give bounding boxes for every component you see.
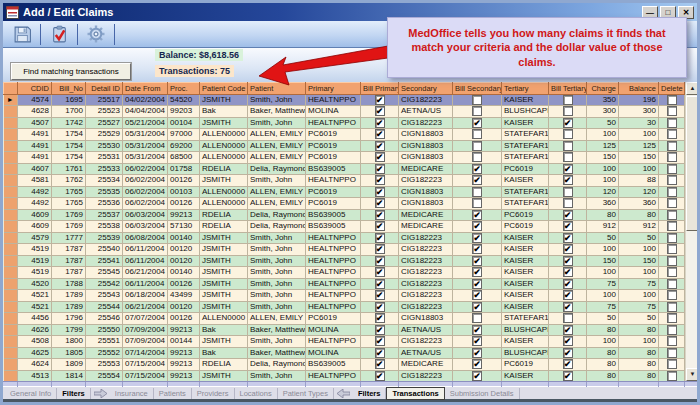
bill-tertiary-checkbox[interactable]: ✔ — [563, 336, 573, 346]
column-header-row-selector[interactable] — [4, 83, 18, 95]
column-header-secondary[interactable]: Secondary — [399, 83, 453, 95]
bill-primary-checkbox[interactable]: ✔ — [375, 302, 385, 312]
bill-primary-checkbox[interactable]: ✔ — [375, 164, 385, 174]
bill-tertiary-checkbox[interactable]: ✔ — [563, 118, 573, 128]
bill-secondary-checkbox[interactable] — [472, 95, 482, 105]
bill-secondary-checkbox[interactable]: ✔ — [472, 233, 482, 243]
current-row-indicator[interactable]: ► — [4, 94, 18, 106]
column-header-patient-code[interactable]: Patient Code — [200, 83, 248, 95]
delete-checkbox[interactable] — [667, 95, 677, 105]
bill-tertiary-checkbox[interactable] — [563, 106, 573, 116]
bill-primary-checkbox[interactable]: ✔ — [375, 313, 385, 323]
settings-button[interactable] — [82, 23, 110, 46]
row-selector[interactable] — [4, 175, 18, 187]
bill-tertiary-checkbox[interactable] — [563, 152, 573, 162]
delete-checkbox[interactable] — [667, 313, 677, 323]
bill-tertiary-checkbox[interactable]: ✔ — [563, 371, 573, 381]
row-selector[interactable] — [4, 152, 18, 164]
bill-tertiary-checkbox[interactable]: ✔ — [563, 221, 573, 231]
column-header-balance[interactable]: Balance — [619, 83, 659, 95]
row-selector[interactable] — [4, 232, 18, 244]
delete-checkbox[interactable] — [667, 302, 677, 312]
tab-patients[interactable]: Patients — [154, 388, 192, 399]
bill-primary-checkbox[interactable]: ✔ — [375, 244, 385, 254]
bill-secondary-checkbox[interactable] — [472, 129, 482, 139]
delete-checkbox[interactable] — [667, 290, 677, 300]
row-selector[interactable] — [4, 301, 18, 313]
scroll-up-button[interactable]: ▲ — [686, 82, 699, 95]
bill-tertiary-checkbox[interactable]: ✔ — [563, 279, 573, 289]
delete-checkbox[interactable] — [667, 256, 677, 266]
bill-primary-checkbox[interactable]: ✔ — [375, 141, 385, 151]
bill-primary-checkbox[interactable]: ✔ — [375, 187, 385, 197]
bill-tertiary-checkbox[interactable]: ✔ — [563, 244, 573, 254]
row-selector[interactable] — [4, 106, 18, 118]
delete-checkbox[interactable] — [667, 175, 677, 185]
row-selector[interactable] — [4, 129, 18, 141]
column-header-detail-id[interactable]: Detail ID — [86, 83, 123, 95]
bill-tertiary-checkbox[interactable]: ✔ — [563, 348, 573, 358]
row-selector[interactable] — [4, 221, 18, 233]
scroll-down-button[interactable]: ▼ — [686, 368, 699, 381]
bill-tertiary-checkbox[interactable]: ✔ — [563, 302, 573, 312]
tab-transactions[interactable]: Transactions — [386, 387, 444, 400]
delete-checkbox[interactable] — [667, 371, 677, 381]
bill-tertiary-checkbox[interactable]: ✔ — [563, 233, 573, 243]
bill-primary-checkbox[interactable]: ✔ — [375, 359, 385, 369]
vertical-scrollbar[interactable]: ▲ ▼ — [685, 82, 697, 381]
row-selector[interactable] — [4, 267, 18, 279]
bill-secondary-checkbox[interactable] — [472, 141, 482, 151]
bill-primary-checkbox[interactable]: ✔ — [375, 198, 385, 208]
row-selector[interactable] — [4, 244, 18, 256]
bill-tertiary-checkbox[interactable]: ✔ — [563, 267, 573, 277]
delete-checkbox[interactable] — [667, 244, 677, 254]
scrollbar-thumb[interactable] — [686, 96, 699, 231]
delete-checkbox[interactable] — [667, 106, 677, 116]
delete-checkbox[interactable] — [667, 267, 677, 277]
bill-secondary-checkbox[interactable] — [472, 313, 482, 323]
tab-filters[interactable]: Filters — [353, 388, 387, 399]
delete-checkbox[interactable] — [667, 187, 677, 197]
bill-secondary-checkbox[interactable] — [472, 152, 482, 162]
tab-insurance[interactable]: Insurance — [110, 388, 154, 399]
bill-primary-checkbox[interactable]: ✔ — [375, 325, 385, 335]
delete-checkbox[interactable] — [667, 129, 677, 139]
row-selector[interactable] — [4, 370, 18, 382]
bill-tertiary-checkbox[interactable] — [563, 141, 573, 151]
bill-secondary-checkbox[interactable]: ✔ — [472, 371, 482, 381]
bill-primary-checkbox[interactable]: ✔ — [375, 221, 385, 231]
bill-tertiary-checkbox[interactable]: ✔ — [563, 256, 573, 266]
bill-secondary-checkbox[interactable]: ✔ — [472, 256, 482, 266]
bill-primary-checkbox[interactable]: ✔ — [375, 129, 385, 139]
tab-filters[interactable]: Filters — [57, 388, 91, 399]
bill-tertiary-checkbox[interactable]: ✔ — [563, 164, 573, 174]
bill-secondary-checkbox[interactable]: ✔ — [472, 290, 482, 300]
row-selector[interactable] — [4, 359, 18, 371]
bill-primary-checkbox[interactable]: ✔ — [375, 106, 385, 116]
bill-primary-checkbox[interactable]: ✔ — [375, 256, 385, 266]
row-selector[interactable] — [4, 313, 18, 325]
bill-primary-checkbox[interactable]: ✔ — [375, 279, 385, 289]
row-selector[interactable] — [4, 336, 18, 348]
bill-tertiary-checkbox[interactable]: ✔ — [563, 175, 573, 185]
column-header-proc[interactable]: Proc. — [168, 83, 200, 95]
bill-secondary-checkbox[interactable]: ✔ — [472, 210, 482, 220]
bill-secondary-checkbox[interactable]: ✔ — [472, 279, 482, 289]
delete-checkbox[interactable] — [667, 221, 677, 231]
row-selector[interactable] — [4, 186, 18, 198]
delete-checkbox[interactable] — [667, 279, 677, 289]
column-header-bill-no[interactable]: Bill_No — [52, 83, 86, 95]
bill-primary-checkbox[interactable]: ✔ — [375, 175, 385, 185]
bill-secondary-checkbox[interactable] — [472, 198, 482, 208]
bill-tertiary-checkbox[interactable]: ✔ — [563, 290, 573, 300]
row-selector[interactable] — [4, 163, 18, 175]
bill-secondary-checkbox[interactable]: ✔ — [472, 348, 482, 358]
bill-secondary-checkbox[interactable]: ✔ — [472, 336, 482, 346]
delete-checkbox[interactable] — [667, 152, 677, 162]
save-button[interactable] — [8, 23, 36, 46]
bill-tertiary-checkbox[interactable]: ✔ — [563, 359, 573, 369]
bill-primary-checkbox[interactable]: ✔ — [375, 336, 385, 346]
bill-secondary-checkbox[interactable]: ✔ — [472, 302, 482, 312]
bill-secondary-checkbox[interactable]: ✔ — [472, 244, 482, 254]
bill-tertiary-checkbox[interactable]: ✔ — [563, 325, 573, 335]
